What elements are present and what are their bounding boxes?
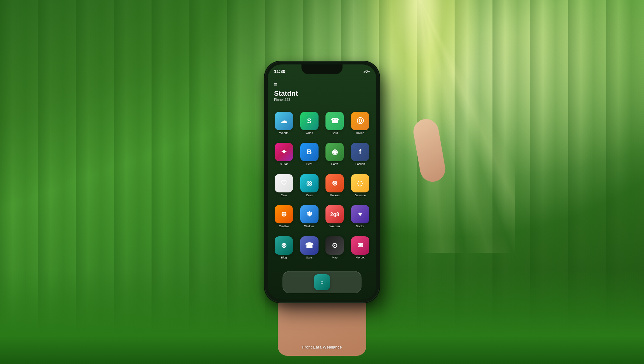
app-icon-weather[interactable]: ☁Weerth [272, 112, 296, 140]
app-icon-image-facebook: f [351, 143, 369, 161]
app-icon-care[interactable]: ♡Care [272, 174, 296, 203]
status-time: 11:30 [274, 69, 285, 74]
app-label-blog: Blog [281, 256, 287, 259]
app-icon-image-earth: ◉ [325, 143, 344, 161]
app-icon-coas[interactable]: ◎Ceas [298, 174, 321, 203]
app-icon-beat[interactable]: BBeat [298, 143, 321, 171]
app-icon-welcum[interactable]: 2ƍ8Welcum [323, 205, 347, 234]
app-icon-image-wildness: ❄ [300, 205, 319, 223]
app-label-moroot: Moroot [356, 256, 365, 259]
app-icon-image-wellness: ⊛ [325, 174, 344, 192]
app-label-welcum: Welcum [330, 225, 340, 228]
status-icons: aO≡ [363, 70, 370, 73]
app-label-guard: Gard [331, 131, 338, 135]
app-icon-moroot[interactable]: ✉Moroot [349, 236, 372, 265]
menu-icon[interactable]: ≡ [274, 82, 370, 88]
app-label-stats: Stats [306, 256, 313, 259]
app-label-garonne: Garonne [355, 194, 366, 197]
app-icon-wellness[interactable]: ⊛Meltess [323, 174, 347, 203]
app-label-doctor: Docfor [356, 225, 364, 228]
app-icon-map[interactable]: ⊙Map [323, 236, 347, 265]
app-label-wildness: Wildnes [304, 225, 314, 228]
app-icon-image-stats: ☎ [300, 236, 319, 255]
app-label-care: Care [281, 194, 287, 197]
app-icon-facebook[interactable]: fFacbek [349, 143, 372, 171]
hand: 11:30 aO≡ ≡ Statdnt Finnel 223 ☁WeerthSW… [212, 24, 432, 340]
app-icon-garonne[interactable]: ◌Garonne [349, 174, 372, 203]
app-icon-image-weather: ☁ [275, 112, 293, 130]
dock: ⌂ [283, 271, 361, 293]
app-label-beat: Beat [306, 162, 312, 166]
app-icon-image-care: ♡ [275, 174, 293, 192]
app-icon-image-garonne: ◌ [351, 174, 369, 192]
notch [301, 64, 343, 74]
app-label-dolma: Dolmo [356, 131, 364, 135]
header-subtitle: Finnel 223 [274, 98, 370, 101]
app-icon-wildness[interactable]: ❄Wildnes [298, 205, 321, 234]
app-icon-image-coas: ◎ [300, 174, 319, 192]
signal-icon: aO≡ [363, 70, 370, 73]
phone: 11:30 aO≡ ≡ Statdnt Finnel 223 ☁WeerthSW… [265, 62, 379, 302]
app-icon-earth[interactable]: ◉Earth [323, 143, 347, 171]
app-icon-image-blog: ⊗ [275, 236, 293, 255]
phone-screen: 11:30 aO≡ ≡ Statdnt Finnel 223 ☁WeerthSW… [268, 64, 376, 300]
app-label-credible: Credble [279, 225, 289, 228]
app-icon-doctor[interactable]: ♥Docfor [349, 205, 372, 234]
app-icon-dolma[interactable]: ⓪Dolmo [349, 112, 372, 140]
app-icon-image-credible: ⊕ [275, 205, 293, 223]
app-label-facebook: Facbek [355, 162, 365, 166]
app-icon-image-moroot: ✉ [351, 236, 369, 255]
app-label-coas: Ceas [306, 194, 313, 197]
app-label-sstar: S Star [280, 162, 288, 166]
app-icon-image-sstar: ✦ [275, 143, 293, 161]
app-icon-sstar[interactable]: ✦S Star [272, 143, 296, 171]
app-icon-image-beat: B [300, 143, 319, 161]
app-icon-image-whatsapp: S [300, 112, 319, 130]
hand-container: 11:30 aO≡ ≡ Statdnt Finnel 223 ☁WeerthSW… [212, 24, 432, 340]
header-title: Statdnt [274, 89, 370, 98]
app-label-wellness: Meltess [330, 194, 340, 197]
app-icon-blog[interactable]: ⊗Blog [272, 236, 296, 265]
app-label-weather: Weerth [279, 131, 289, 135]
dock-icon-symbol: ⌂ [320, 279, 324, 285]
app-icon-image-map: ⊙ [325, 236, 344, 255]
app-icon-image-doctor: ♥ [351, 205, 369, 223]
app-icon-credible[interactable]: ⊕Credble [272, 205, 296, 234]
app-label-earth: Earth [331, 162, 338, 166]
screen-header: ≡ Statdnt Finnel 223 [268, 78, 376, 104]
app-icon-image-welcum: 2ƍ8 [325, 205, 344, 223]
dock-icon-main[interactable]: ⌂ [314, 274, 330, 290]
dock-app-main[interactable]: ⌂ [314, 274, 330, 290]
app-icon-image-dolma: ⓪ [351, 112, 369, 130]
bottom-label: Front Eara Weallance [302, 345, 342, 349]
app-grid: ☁WeerthSWhes☎Gard⓪Dolmo✦S StarBBeat◉Eart… [268, 109, 376, 268]
app-label-map: Map [332, 256, 337, 259]
app-icon-stats[interactable]: ☎Stats [298, 236, 321, 265]
app-label-whatsapp: Whes [306, 131, 313, 135]
app-icon-image-guard: ☎ [325, 112, 344, 130]
app-icon-whatsapp[interactable]: SWhes [298, 112, 321, 140]
app-icon-guard[interactable]: ☎Gard [323, 112, 347, 140]
